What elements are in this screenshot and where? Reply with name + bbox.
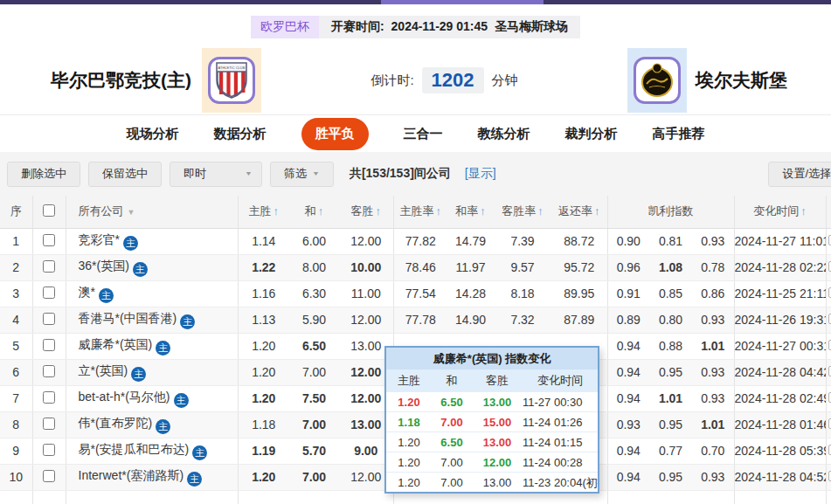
draw-odds[interactable]: 6.50 [289, 333, 339, 359]
col-header-away[interactable]: 客胜↑ [339, 196, 393, 228]
company-name[interactable]: 立*(英国)主 [66, 359, 238, 385]
company-name[interactable]: 威廉希*(英国)主 [66, 333, 238, 359]
table-row: 3澳*主1.166.3011.0077.5414.288.1889.950.91… [0, 280, 831, 307]
kelly-away: 0.93 [692, 359, 734, 385]
company-name[interactable]: 伟*(直布罗陀)主 [66, 411, 238, 438]
draw-odds[interactable]: 8.00 [289, 254, 339, 280]
league-badge[interactable]: 欧罗巴杯 [251, 16, 319, 38]
col-header-draw[interactable]: 和↑ [289, 196, 339, 228]
row-checkbox[interactable] [43, 287, 55, 299]
keep-selected-button[interactable]: 保留选中 [88, 162, 162, 187]
nav-tab-5[interactable]: 裁判分析 [565, 126, 618, 142]
popup-title: 威廉希*(英国) 指数变化 [386, 348, 598, 369]
row-checkbox[interactable] [43, 234, 55, 246]
caret-down-icon: ▼ [245, 170, 253, 177]
col-header-time[interactable]: 变化时间↑ [734, 196, 826, 228]
row-checkbox[interactable] [43, 260, 55, 273]
home-odds[interactable]: 1.20 [238, 359, 289, 385]
away-odds[interactable]: 10.00 [339, 254, 393, 280]
draw-odds[interactable]: 7.00 [289, 411, 339, 438]
row-checkbox[interactable] [43, 313, 55, 325]
draw-odds[interactable]: 6.00 [289, 228, 339, 254]
select-all-checkbox[interactable] [43, 204, 55, 217]
nav-tab-6[interactable]: 高手推荐 [653, 126, 705, 142]
nav-tab-2[interactable]: 胜平负 [301, 118, 369, 150]
kelly-draw: 0.77 [649, 438, 692, 464]
home-odds[interactable]: 1.20 [238, 464, 289, 490]
away-rate: 7.39 [494, 228, 551, 254]
change-time: 2024-11-28 01:46 [734, 411, 826, 438]
col-header-payout[interactable]: 返还率↑ [551, 196, 607, 228]
company-name[interactable]: 香港马*(中国香港)主 [66, 307, 238, 333]
home-odds[interactable]: 1.20 [238, 333, 289, 359]
top-progress-bar [0, 0, 831, 4]
popup-away-odds: 13.00 [472, 473, 523, 492]
home-odds[interactable]: 1.16 [238, 280, 289, 307]
trend-chart-icon[interactable] [826, 385, 831, 411]
away-odds[interactable]: 11.00 [339, 280, 393, 307]
home-odds[interactable]: 1.18 [238, 411, 289, 438]
company-name[interactable]: 36*(英国)主 [66, 254, 238, 280]
row-checkbox[interactable] [43, 391, 55, 404]
kelly-draw: 1.08 [649, 254, 692, 280]
trend-chart-icon[interactable] [826, 333, 831, 359]
company-name[interactable]: Interwet*(塞浦路斯)主 [66, 464, 238, 490]
away-rate: 7.32 [494, 307, 551, 333]
row-checkbox[interactable] [43, 418, 55, 430]
trend-chart-icon[interactable] [826, 464, 831, 490]
draw-odds[interactable]: 7.00 [289, 464, 339, 490]
trend-chart-icon[interactable] [826, 254, 831, 280]
kelly-home: 0.94 [607, 464, 649, 490]
home-odds[interactable]: 1.14 [238, 228, 289, 254]
company-name[interactable]: 易*(安提瓜和巴布达)主 [66, 438, 238, 464]
row-number: 1 [0, 228, 32, 254]
nav-tab-4[interactable]: 教练分析 [478, 126, 530, 142]
home-badge-icon: 主 [133, 262, 148, 277]
kelly-home: 0.94 [607, 438, 649, 464]
trend-chart-icon[interactable] [826, 438, 831, 464]
home-odds[interactable]: 1.20 [238, 385, 289, 411]
company-name[interactable]: 竞彩官*主 [66, 228, 238, 254]
away-odds[interactable]: 12.00 [339, 228, 393, 254]
home-badge-icon: 主 [123, 236, 138, 251]
draw-odds[interactable]: 5.70 [289, 438, 339, 464]
col-header-home[interactable]: 主胜↑ [238, 196, 289, 228]
trend-chart-icon[interactable] [826, 359, 831, 385]
trend-chart-icon[interactable] [826, 280, 831, 307]
row-checkbox[interactable] [43, 365, 55, 377]
delete-selected-button[interactable]: 删除选中 [7, 162, 80, 187]
trend-chart-icon[interactable] [826, 228, 831, 254]
away-odds[interactable]: 12.00 [339, 307, 393, 333]
home-team-logo-block: ATHLETIC CLUB [202, 48, 261, 113]
top-progress-thumb[interactable] [381, 0, 544, 4]
row-checkbox[interactable] [43, 470, 55, 482]
popup-rows: 1.206.5013.0011-27 00:301.187.0015.0011-… [386, 391, 598, 492]
filter-button[interactable]: 筛选 ▼ [270, 162, 334, 187]
draw-odds[interactable]: 7.00 [289, 359, 339, 385]
col-header-away-rate[interactable]: 客胜率↑ [494, 196, 551, 228]
home-odds[interactable]: 1.19 [238, 438, 289, 464]
draw-odds[interactable]: 6.30 [289, 280, 339, 307]
nav-tab-0[interactable]: 现场分析 [127, 126, 179, 142]
draw-odds[interactable]: 7.50 [289, 385, 339, 411]
row-checkbox[interactable] [43, 444, 55, 456]
company-name[interactable]: 澳*主 [66, 280, 238, 307]
popup-draw-odds: 6.50 [432, 392, 472, 411]
trend-chart-icon[interactable] [826, 307, 831, 333]
settings-button[interactable]: 设置/选择 [768, 162, 831, 187]
company-name[interactable]: bet-at-h*(马尔他)主 [66, 385, 238, 411]
col-header-company[interactable]: 所有公司▼ [66, 196, 238, 228]
row-checkbox[interactable] [43, 339, 55, 351]
nav-tab-1[interactable]: 数据分析 [214, 126, 267, 142]
col-header-draw-rate[interactable]: 和率↑ [447, 196, 494, 228]
nav-tab-3[interactable]: 三合一 [404, 126, 443, 142]
kelly-away: 0.93 [692, 385, 734, 411]
draw-odds[interactable]: 5.90 [289, 307, 339, 333]
trend-chart-icon[interactable] [826, 411, 831, 438]
col-header-home-rate[interactable]: 主胜率↑ [393, 196, 447, 228]
kickoff-label: 开赛时间: [331, 19, 384, 35]
home-odds[interactable]: 1.22 [238, 254, 289, 280]
home-odds[interactable]: 1.13 [238, 307, 289, 333]
instant-select[interactable]: 即时 ▼ [170, 162, 262, 187]
show-link[interactable]: [显示] [465, 166, 496, 182]
